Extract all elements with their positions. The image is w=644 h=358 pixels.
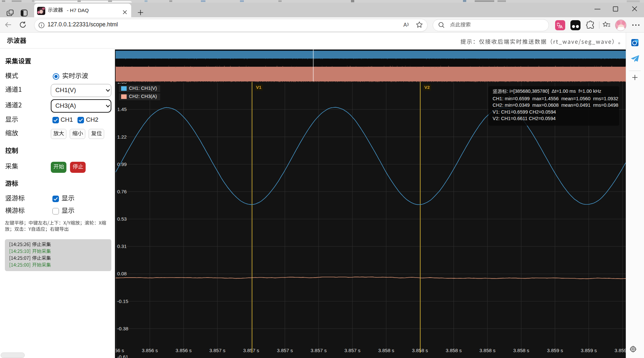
svg-text:3.859 s: 3.859 s <box>581 348 597 353</box>
svg-text:3.859 s: 3.859 s <box>547 348 563 353</box>
svg-text:-0.38: -0.38 <box>117 326 128 331</box>
svg-text:0.08: 0.08 <box>117 271 127 276</box>
svg-text:0.76: 0.76 <box>117 189 127 194</box>
svg-text:0.31: 0.31 <box>117 243 127 249</box>
svg-text:-0.61: -0.61 <box>117 354 128 358</box>
svg-text:3.856 s: 3.856 s <box>175 348 191 353</box>
svg-text:3.857 s: 3.857 s <box>277 348 293 353</box>
svg-text:-0.15: -0.15 <box>117 298 128 304</box>
svg-text:A: A <box>403 22 407 28</box>
svg-text:1.22: 1.22 <box>117 134 127 140</box>
svg-text:3.858 s: 3.858 s <box>378 348 394 353</box>
svg-text:3.858 s: 3.858 s <box>446 348 462 353</box>
svg-text:3.858 s: 3.858 s <box>513 348 529 353</box>
svg-text:3.858 s: 3.858 s <box>480 348 496 353</box>
svg-text:3.856 s: 3.856 s <box>142 348 158 353</box>
svg-text:3.857 s: 3.857 s <box>209 348 225 353</box>
svg-text:3.857 s: 3.857 s <box>311 348 327 353</box>
svg-text:0.53: 0.53 <box>117 216 127 222</box>
svg-text:3.859 s: 3.859 s <box>614 348 626 353</box>
svg-text:3.856 s: 3.856 s <box>116 348 124 353</box>
svg-text:3.857 s: 3.857 s <box>344 348 360 353</box>
svg-text:3.857 s: 3.857 s <box>243 348 259 353</box>
svg-text:0.99: 0.99 <box>117 161 127 167</box>
svg-text:1.45: 1.45 <box>117 106 127 112</box>
